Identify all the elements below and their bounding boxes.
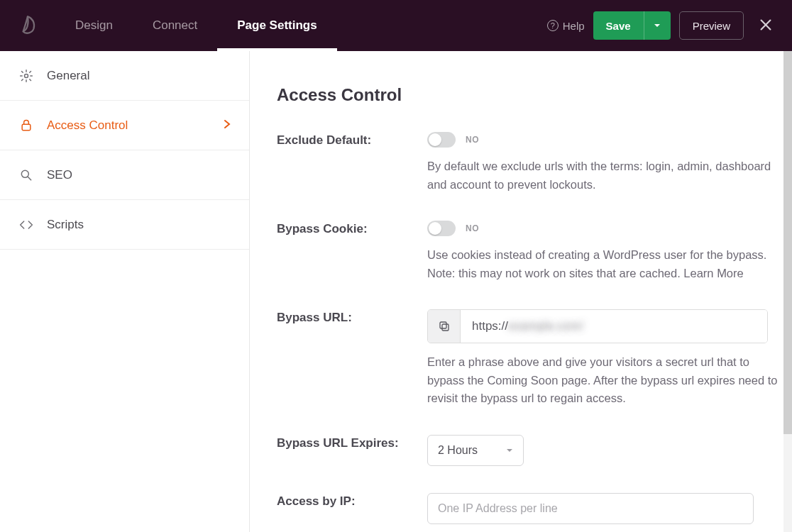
row-exclude-default: Exclude Default: NO By default we exclud…: [277, 132, 792, 194]
bypass-cookie-toggle[interactable]: NO: [427, 221, 786, 236]
top-right: ? Help Save Preview: [547, 11, 779, 40]
scrollbar-thumb[interactable]: [783, 51, 792, 434]
code-icon: [18, 218, 34, 232]
toggle-knob: [429, 222, 441, 235]
app-logo: [0, 13, 55, 38]
lock-icon: [18, 118, 34, 133]
row-bypass-cookie: Bypass Cookie: NO Use cookies instead of…: [277, 221, 792, 282]
svg-point-0: [25, 74, 28, 77]
sidebar-item-general[interactable]: General: [0, 51, 249, 101]
caret-down-icon: [654, 22, 661, 29]
row-label: Bypass URL Expires:: [277, 435, 427, 466]
row-label: Bypass Cookie:: [277, 221, 427, 282]
row-label: Access by IP:: [277, 493, 427, 524]
save-button[interactable]: Save: [593, 11, 644, 40]
close-icon: [758, 17, 774, 33]
svg-rect-3: [442, 324, 449, 331]
scrollbar-track[interactable]: [783, 51, 792, 532]
tab-connect[interactable]: Connect: [133, 0, 217, 51]
sidebar-item-label: Scripts: [47, 218, 84, 232]
chevron-right-icon: [224, 118, 231, 133]
exclude-default-description: By default we exclude urls with the term…: [427, 157, 786, 194]
sidebar-item-seo[interactable]: SEO: [0, 150, 249, 200]
section-title: Access Control: [277, 85, 792, 105]
main: General Access Control SEO Scripts: [0, 51, 792, 532]
save-dropdown-button[interactable]: [644, 11, 671, 40]
select-value: 2 Hours: [438, 444, 478, 457]
help-label: Help: [563, 20, 585, 32]
help-link[interactable]: ? Help: [547, 20, 585, 32]
learn-more-link[interactable]: Learn More: [683, 267, 743, 279]
help-icon: ?: [547, 20, 559, 31]
bypass-url-field: https://example.com/: [427, 309, 768, 343]
toggle-track[interactable]: [427, 132, 456, 148]
row-label: Exclude Default:: [277, 132, 427, 194]
toggle-knob: [429, 133, 441, 146]
toggle-state: NO: [466, 135, 479, 145]
sidebar-item-access-control[interactable]: Access Control: [0, 101, 249, 150]
bypass-url-input[interactable]: https://example.com/: [461, 310, 767, 343]
exclude-default-toggle[interactable]: NO: [427, 132, 786, 148]
top-bar: Design Connect Page Settings ? Help Save…: [0, 0, 792, 51]
tab-design[interactable]: Design: [55, 0, 133, 51]
bypass-cookie-description: Use cookies instead of creating a WordPr…: [427, 246, 786, 282]
search-icon: [18, 168, 34, 182]
caret-down-icon: [506, 447, 513, 454]
settings-sidebar: General Access Control SEO Scripts: [0, 51, 250, 532]
toggle-track[interactable]: [427, 221, 456, 236]
save-button-group: Save: [593, 11, 671, 40]
leaf-icon: [16, 13, 40, 38]
svg-point-2: [21, 170, 28, 177]
gear-icon: [18, 69, 34, 83]
toggle-state: NO: [466, 223, 479, 233]
row-access-by-ip: Access by IP: One IP Address per line: [277, 493, 792, 524]
bypass-expires-select[interactable]: 2 Hours: [427, 435, 524, 466]
sidebar-item-label: General: [47, 69, 89, 83]
top-tabs: Design Connect Page Settings: [55, 0, 337, 51]
copy-icon: [438, 320, 451, 333]
row-bypass-url-expires: Bypass URL Expires: 2 Hours: [277, 435, 792, 466]
close-button[interactable]: [752, 17, 779, 35]
preview-button[interactable]: Preview: [679, 11, 744, 40]
sidebar-item-label: SEO: [47, 168, 72, 182]
row-label: Bypass URL:: [277, 309, 427, 408]
copy-url-button[interactable]: [428, 310, 461, 343]
row-bypass-url: Bypass URL: https://example.com/ Enter a…: [277, 309, 792, 408]
svg-rect-4: [440, 322, 446, 328]
tab-page-settings[interactable]: Page Settings: [217, 0, 336, 51]
sidebar-item-label: Access Control: [47, 118, 128, 133]
svg-rect-1: [22, 124, 31, 130]
bypass-url-description: Enter a phrase above and give your visit…: [427, 353, 786, 408]
sidebar-item-scripts[interactable]: Scripts: [0, 200, 249, 250]
settings-content: Access Control Exclude Default: NO By de…: [250, 51, 792, 532]
access-by-ip-textarea[interactable]: One IP Address per line: [427, 493, 754, 524]
